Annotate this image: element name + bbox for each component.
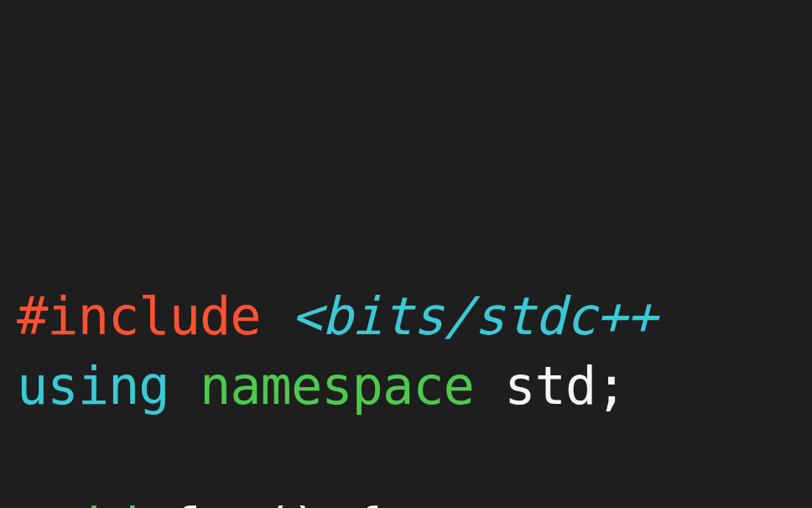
space bbox=[138, 496, 169, 508]
semicolon: ; bbox=[596, 355, 626, 416]
space bbox=[261, 285, 291, 347]
identifier-std: std bbox=[504, 355, 596, 416]
code-line-3-blank bbox=[17, 422, 795, 492]
keyword-namespace: namespace bbox=[200, 355, 474, 416]
space bbox=[169, 355, 200, 416]
code-line-2: using namespace std; bbox=[17, 351, 795, 422]
keyword-using: using bbox=[17, 355, 169, 416]
space bbox=[321, 496, 351, 508]
code-line-4: void fun() { bbox=[17, 492, 795, 508]
type-void: void bbox=[17, 496, 138, 508]
function-name: fun bbox=[169, 496, 261, 508]
include-path: <bits/stdc++ bbox=[291, 285, 657, 347]
space bbox=[474, 355, 504, 416]
parentheses: () bbox=[261, 496, 322, 508]
open-brace: { bbox=[352, 496, 383, 508]
code-line-1: #include <bits/stdc++ bbox=[17, 281, 795, 352]
preprocessor-directive: #include bbox=[17, 285, 261, 347]
